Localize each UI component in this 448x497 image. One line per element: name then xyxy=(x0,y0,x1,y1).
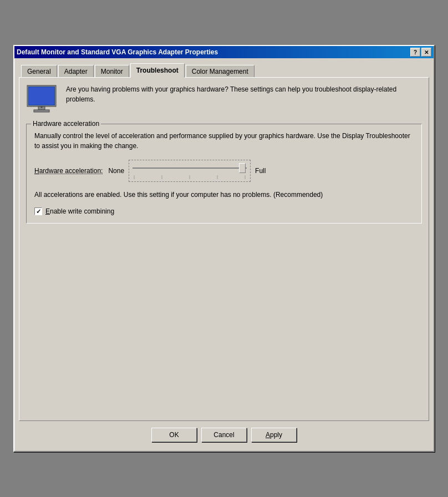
slider-full-label: Full xyxy=(255,167,266,175)
slider-none-label: None xyxy=(108,167,124,175)
slider-row: Hardware acceleration: None | | | xyxy=(34,160,414,182)
close-button[interactable]: ✕ xyxy=(421,48,431,57)
header-description: Are you having problems with your graphi… xyxy=(66,84,422,104)
tab-troubleshoot[interactable]: Troubleshoot xyxy=(130,63,185,78)
enable-write-combining-checkbox[interactable] xyxy=(34,207,42,215)
tab-bar: General Adapter Monitor Troubleshoot Col… xyxy=(19,63,429,77)
header-section: Are you having problems with your graphi… xyxy=(26,84,422,115)
write-combining-row: Enable write combining xyxy=(34,207,414,215)
slider-ticks: | | | | | xyxy=(133,174,247,179)
cancel-button[interactable]: Cancel xyxy=(201,428,247,442)
ok-button[interactable]: OK xyxy=(151,428,197,442)
slider-container[interactable]: | | | | | xyxy=(129,160,251,182)
hw-accel-description: Manually control the level of accelerati… xyxy=(34,131,414,151)
monitor-icon xyxy=(26,84,59,115)
help-button[interactable]: ? xyxy=(410,48,420,57)
svg-point-5 xyxy=(41,106,43,108)
slider-thumb[interactable] xyxy=(239,163,246,173)
title-bar: Default Monitor and Standard VGA Graphic… xyxy=(14,46,434,58)
svg-rect-2 xyxy=(29,87,54,105)
slider-track[interactable] xyxy=(133,163,247,174)
button-row: OK Cancel Apply xyxy=(19,421,429,447)
write-combining-label: Enable write combining xyxy=(45,207,114,215)
hardware-acceleration-group: Hardware acceleration Manually control t… xyxy=(26,124,422,224)
window-title: Default Monitor and Standard VGA Graphic… xyxy=(17,48,410,56)
slider-line xyxy=(133,168,247,169)
slider-label: Hardware acceleration: xyxy=(34,167,103,175)
svg-rect-4 xyxy=(34,110,49,112)
window-content: General Adapter Monitor Troubleshoot Col… xyxy=(14,58,434,451)
tab-panel-troubleshoot: Are you having problems with your graphi… xyxy=(19,77,429,421)
accel-status: All accelerations are enabled. Use this … xyxy=(34,190,414,200)
title-bar-controls: ? ✕ xyxy=(410,48,431,57)
group-legend: Hardware acceleration xyxy=(31,120,101,128)
main-window: Default Monitor and Standard VGA Graphic… xyxy=(13,45,435,452)
apply-button[interactable]: Apply xyxy=(251,428,297,442)
